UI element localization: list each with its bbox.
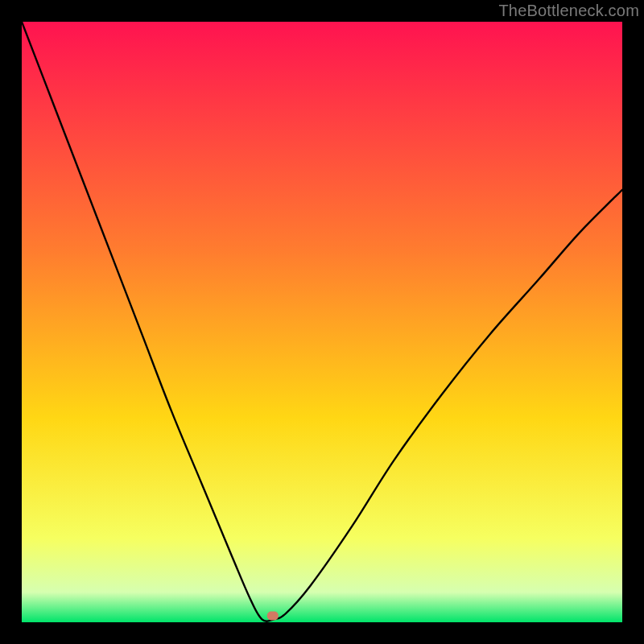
optimal-marker [267, 612, 279, 621]
bottleneck-curve [22, 22, 622, 621]
plot-frame [20, 20, 624, 624]
chart-stage: TheBottleneck.com [0, 0, 644, 644]
curve-layer [22, 22, 622, 622]
watermark-text: TheBottleneck.com [498, 2, 639, 20]
